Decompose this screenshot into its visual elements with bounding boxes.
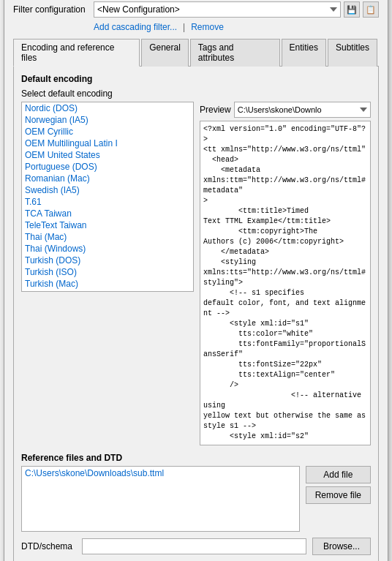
list-item[interactable]: OEM Multilingual Latin I <box>22 138 193 149</box>
dtd-input[interactable] <box>82 538 306 554</box>
separator: | <box>183 22 185 32</box>
ref-files-section: Reference files and DTD C:\Users\skone\D… <box>21 453 371 555</box>
save-config-icon[interactable]: 💾 <box>344 1 360 18</box>
list-item[interactable]: OEM United States <box>22 149 193 161</box>
list-item[interactable]: Turkish (ISO) <box>22 266 193 278</box>
ref-file-item[interactable]: C:\Users\skone\Downloads\sub.ttml <box>22 467 299 480</box>
list-item[interactable]: OEM Cyrillic <box>22 126 193 138</box>
tab-general[interactable]: General <box>141 39 189 67</box>
ref-buttons: Add file Remove file <box>306 466 371 532</box>
filter-config-row: Filter configuration <New Configuration>… <box>13 1 379 18</box>
ref-files-label: Reference files and DTD <box>21 453 371 463</box>
list-item[interactable]: Swedish (IA5) <box>22 184 193 196</box>
list-item[interactable]: Turkish (Windows) <box>22 290 193 292</box>
add-cascading-link[interactable]: Add cascading filter... <box>94 22 177 32</box>
browse-button[interactable]: Browse... <box>312 538 371 555</box>
preview-content: <?xml version="1.0" encoding="UTF-8"?> <… <box>200 121 371 445</box>
delete-config-icon[interactable]: 📋 <box>363 1 379 18</box>
filter-config-select[interactable]: <New Configuration> <box>94 1 341 18</box>
list-item[interactable]: TCA Taiwan <box>22 208 193 219</box>
list-item[interactable]: Portuguese (DOS) <box>22 161 193 173</box>
filter-config-label: Filter configuration <box>13 4 94 15</box>
select-encoding-label: Select default encoding <box>21 89 371 99</box>
list-item[interactable]: Norwegian (IA5) <box>22 114 193 126</box>
tab-subtitles[interactable]: Subtitles <box>328 39 377 67</box>
remove-file-button[interactable]: Remove file <box>306 486 371 504</box>
add-file-button[interactable]: Add file <box>306 466 371 483</box>
tab-entities[interactable]: Entities <box>282 39 326 67</box>
encoding-area: Nordic (DOS) Norwegian (IA5) OEM Cyrilli… <box>21 102 371 445</box>
encoding-listbox[interactable]: Nordic (DOS) Norwegian (IA5) OEM Cyrilli… <box>21 102 194 292</box>
ref-files-listbox[interactable]: C:\Users\skone\Downloads\sub.ttml <box>21 466 300 532</box>
dtd-label: DTD/schema <box>21 541 76 551</box>
list-item[interactable]: Turkish (Mac) <box>22 278 193 290</box>
document-import-settings-dialog: Document import settings × Filter XML fi… <box>4 0 388 561</box>
tab-encoding[interactable]: Encoding and reference files <box>13 39 140 67</box>
tab-content-encoding: Default encoding Select default encoding… <box>13 67 379 561</box>
preview-header: Preview C:\Users\skone\Downlo <box>200 102 371 118</box>
list-item[interactable]: TeleText Taiwan <box>22 219 193 231</box>
list-item[interactable]: Turkish (DOS) <box>22 255 193 266</box>
default-encoding-section-label: Default encoding <box>21 74 371 84</box>
tabs-bar: Encoding and reference files General Tag… <box>13 38 379 67</box>
cascading-row: Add cascading filter... | Remove <box>13 22 379 32</box>
preview-label: Preview <box>200 105 231 115</box>
dtd-row: DTD/schema Browse... <box>21 538 371 555</box>
list-item[interactable]: T.61 <box>22 196 193 208</box>
list-item[interactable]: Thai (Windows) <box>22 243 193 255</box>
dialog-body: Filter XML filter Filter configuration <… <box>4 0 388 561</box>
filter-config-control: <New Configuration> 💾 📋 <box>94 1 379 18</box>
list-item[interactable]: Nordic (DOS) <box>22 102 193 114</box>
preview-panel: Preview C:\Users\skone\Downlo <?xml vers… <box>200 102 371 445</box>
ref-area: C:\Users\skone\Downloads\sub.ttml Add fi… <box>21 466 371 532</box>
preview-path-select[interactable]: C:\Users\skone\Downlo <box>234 102 371 118</box>
tab-tags[interactable]: Tags and attributes <box>190 39 280 67</box>
remove-link[interactable]: Remove <box>191 22 224 32</box>
list-item[interactable]: Romanian (Mac) <box>22 173 193 184</box>
list-item[interactable]: Thai (Mac) <box>22 231 193 243</box>
